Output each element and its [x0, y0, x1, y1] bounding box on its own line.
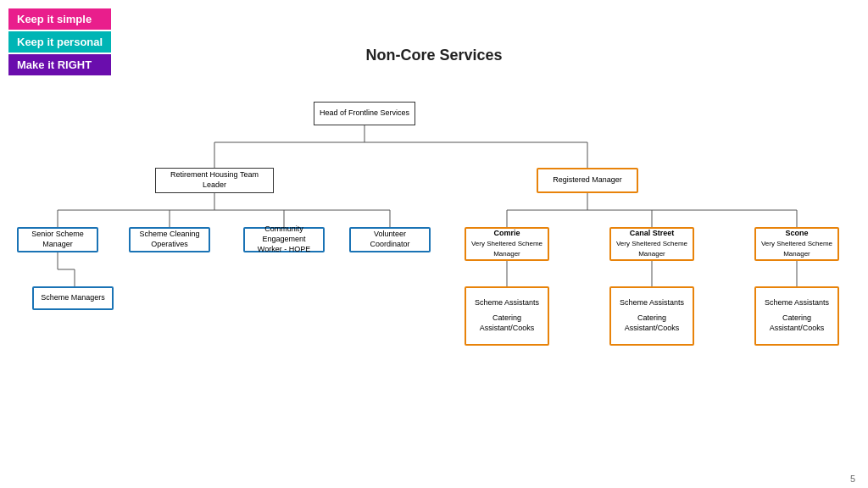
node-community-engagement: Community Engagement Worker - HOPE	[243, 227, 325, 252]
node-head: Head of Frontline Services	[314, 102, 415, 125]
logo-stack: Keep it simple Keep it personal Make it …	[8, 8, 111, 75]
node-comrie: Comrie Very Sheltered Scheme Manager	[465, 227, 549, 261]
logo-line1: Keep it simple	[8, 8, 111, 30]
page-title: Non-Core Services	[0, 47, 868, 64]
node-scone-assistants: Scheme Assistants Catering Assistant/Coo…	[754, 286, 839, 346]
org-chart: Head of Frontline Services Retirement Ho…	[0, 76, 868, 471]
node-canal: Canal Street Very Sheltered Scheme Manag…	[609, 227, 694, 261]
node-scheme-managers: Scheme Managers	[32, 286, 114, 310]
node-canal-assistants: Scheme Assistants Catering Assistant/Coo…	[609, 286, 694, 346]
node-volunteer-coordinator: Volunteer Coordinator	[349, 227, 431, 252]
connector-svg	[0, 76, 868, 471]
node-scheme-cleaning: Scheme Cleaning Operatives	[129, 227, 210, 252]
node-registered-manager: Registered Manager	[537, 168, 638, 193]
node-scone: Scone Very Sheltered Scheme Manager	[754, 227, 839, 261]
page-number: 5	[850, 474, 855, 484]
node-comrie-assistants: Scheme Assistants Catering Assistant/Coo…	[465, 286, 549, 346]
node-retirement-leader: Retirement Housing Team Leader	[155, 168, 274, 193]
node-senior-scheme: Senior Scheme Manager	[17, 227, 98, 252]
